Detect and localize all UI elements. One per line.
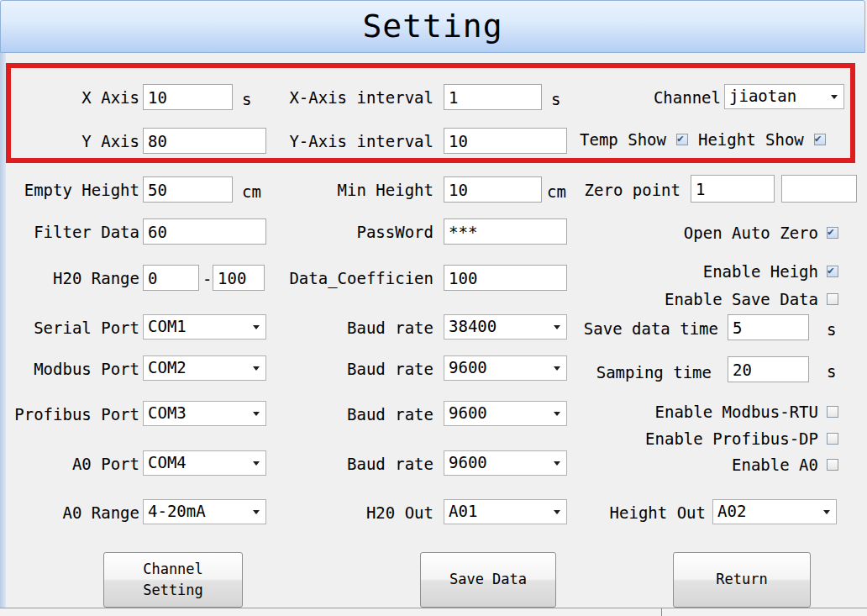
enable-modbus-rtu-checkbox[interactable] [827, 406, 838, 418]
enable-a0-row: Enable A0 [732, 455, 838, 474]
save-data-button[interactable]: Save Data [420, 552, 556, 608]
dropdown-arrow-icon [554, 412, 560, 416]
return-button[interactable]: Return [673, 552, 811, 608]
a0-range-select[interactable]: 4-20mA [143, 499, 266, 524]
profibus-baud-label: Baud rate [277, 405, 434, 424]
profibus-baud-select[interactable]: 9600 [444, 401, 567, 426]
zero-point-input-2[interactable] [781, 175, 857, 203]
dropdown-arrow-icon [554, 461, 560, 466]
x-axis-unit: s [242, 90, 251, 108]
y-interval-input[interactable] [444, 128, 567, 154]
serial-baud-select[interactable]: 38400 [444, 314, 567, 340]
modbus-baud-value: 9600 [449, 358, 487, 376]
channel-setting-button[interactable]: Channel Setting [103, 552, 243, 608]
channel-select-value: jiaotan [729, 87, 796, 105]
dropdown-arrow-icon [554, 325, 560, 329]
x-axis-label: X Axis [0, 88, 139, 107]
return-button-label: Return [716, 569, 767, 591]
y-axis-label: Y Axis [0, 132, 139, 150]
dropdown-arrow-icon [554, 510, 560, 514]
data-coefficien-input[interactable] [444, 265, 567, 291]
x-axis-input[interactable] [143, 84, 233, 110]
enable-heigh-checkbox[interactable] [827, 266, 838, 277]
enable-a0-checkbox[interactable] [827, 459, 838, 471]
x-interval-input[interactable] [444, 84, 542, 110]
dropdown-arrow-icon [253, 461, 260, 466]
channel-setting-button-line2: Setting [143, 580, 203, 602]
modbus-port-select[interactable]: COM2 [143, 355, 266, 381]
save-data-time-input[interactable] [728, 314, 809, 340]
profibus-port-label: Profibus Port [0, 405, 139, 424]
dropdown-arrow-icon [831, 95, 838, 99]
empty-height-label: Empty Height [0, 181, 139, 199]
h20-range-from-input[interactable] [143, 265, 199, 291]
zero-point-input[interactable] [691, 175, 775, 203]
h20-range-to-input[interactable] [213, 265, 265, 291]
serial-port-select[interactable]: COM1 [143, 314, 266, 340]
empty-height-input[interactable] [143, 176, 233, 203]
serial-baud-label: Baud rate [277, 319, 434, 337]
dropdown-arrow-icon [253, 412, 260, 416]
dropdown-arrow-icon [554, 366, 560, 371]
temp-show-checkbox[interactable] [676, 134, 688, 145]
save-data-time-label: Save data time [584, 319, 718, 338]
page-title: Setting [1, 8, 864, 45]
a0-baud-select[interactable]: 9600 [444, 450, 567, 476]
enable-save-data-checkbox[interactable] [827, 293, 838, 305]
show-checkbox-group: Temp Show Height Show [580, 130, 826, 149]
bottom-edge-notch [661, 608, 662, 616]
save-data-time-unit: s [827, 320, 836, 339]
password-input[interactable] [444, 218, 567, 245]
channel-select[interactable]: jiaotan [724, 84, 844, 109]
profibus-port-select[interactable]: COM3 [143, 401, 266, 426]
title-bar: Setting [0, 0, 865, 53]
h20-out-label: H20 Out [277, 503, 434, 522]
samping-time-input[interactable] [728, 356, 809, 382]
a0-range-label: A0 Range [0, 503, 139, 522]
height-show-checkbox[interactable] [814, 134, 826, 145]
temp-show-label: Temp Show [580, 130, 666, 149]
modbus-port-label: Modbus Port [0, 360, 139, 378]
a0-port-value: COM4 [148, 453, 187, 471]
min-height-input[interactable] [444, 176, 542, 203]
password-label: PassWord [277, 223, 434, 241]
window-bottom-edge [0, 608, 867, 616]
h20-range-label: H20 Range [0, 269, 139, 287]
profibus-port-value: COM3 [148, 403, 187, 422]
dropdown-arrow-icon [253, 510, 260, 514]
modbus-baud-label: Baud rate [277, 360, 434, 378]
dropdown-arrow-icon [253, 325, 260, 329]
samping-time-label: Samping time [596, 363, 712, 382]
enable-save-data-label: Enable Save Data [665, 290, 818, 308]
x-interval-label: X-Axis interval [277, 88, 434, 107]
a0-baud-value: 9600 [449, 453, 487, 471]
y-interval-label: Y-Axis interval [277, 132, 434, 150]
y-axis-input[interactable] [143, 128, 266, 154]
filter-data-input[interactable] [143, 218, 266, 245]
enable-modbus-rtu-row: Enable Modbus-RTU [655, 403, 838, 421]
h20-out-select[interactable]: A01 [444, 499, 567, 524]
serial-port-label: Serial Port [0, 319, 139, 337]
enable-a0-label: Enable A0 [732, 455, 818, 474]
open-auto-zero-label: Open Auto Zero [684, 224, 818, 242]
a0-port-label: A0 Port [0, 455, 139, 473]
serial-port-value: COM1 [148, 317, 187, 335]
samping-time-unit: s [827, 362, 836, 381]
empty-height-unit: cm [242, 182, 261, 201]
open-auto-zero-checkbox[interactable] [827, 227, 838, 239]
modbus-baud-select[interactable]: 9600 [444, 355, 567, 381]
a0-baud-label: Baud rate [277, 455, 434, 473]
zero-point-label: Zero point [585, 181, 680, 199]
enable-profibus-dp-checkbox[interactable] [827, 433, 838, 445]
a0-range-value: 4-20mA [148, 502, 206, 520]
open-auto-zero-row: Open Auto Zero [684, 224, 838, 242]
height-show-label: Height Show [698, 130, 804, 149]
enable-heigh-label: Enable Heigh [703, 262, 818, 281]
a0-port-select[interactable]: COM4 [143, 450, 266, 476]
dropdown-arrow-icon [253, 366, 260, 371]
height-out-label: Height Out [610, 503, 706, 522]
enable-save-data-row: Enable Save Data [665, 290, 838, 308]
height-out-select[interactable]: A02 [712, 499, 837, 524]
height-out-value: A02 [717, 502, 746, 520]
channel-label: Channel [654, 88, 721, 107]
